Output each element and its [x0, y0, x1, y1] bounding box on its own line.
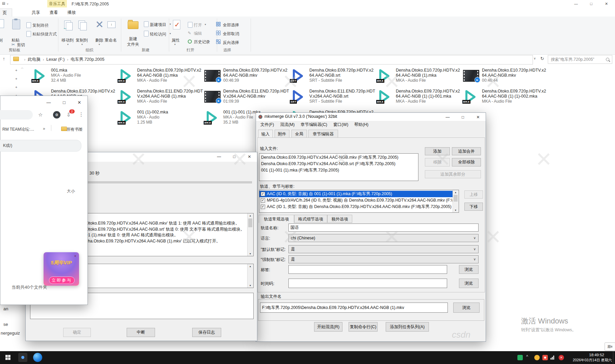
track-options-tab-0[interactable]: 轨道常规选项 — [259, 215, 294, 223]
history-button[interactable]: 历史记录 — [194, 39, 210, 45]
scroll-thumb[interactable] — [248, 218, 252, 227]
file-item[interactable]: SRTDensha.Otoko.E11.END.720p.HDTV.x264.A… — [290, 89, 376, 109]
paste-icon[interactable] — [12, 19, 20, 29]
file-item[interactable]: MKA001.mkaMKA - Audio File32.4 MB — [32, 68, 117, 88]
file-item[interactable]: MKADensha.Otoko.E09.720p.HDTV.x264.AAC-N… — [463, 89, 548, 109]
new-folder-button-line1[interactable]: 新建 — [126, 36, 140, 42]
abort-button[interactable]: 中断 — [127, 328, 155, 337]
search-input[interactable]: 搜索"电车男.720p.2005" — [548, 55, 612, 64]
scroll-up-icon[interactable]: ▲ — [248, 214, 253, 217]
track-row[interactable]: ✓AAC (ID 1, 类型: 音频) 自 Densha.Otoko.E09.7… — [259, 204, 453, 210]
menu-item-3[interactable]: 窗口(W) — [330, 121, 351, 129]
rename-button[interactable]: 重命名 — [105, 37, 117, 43]
select-none-button[interactable]: 全部取消 — [223, 31, 239, 37]
new-item-button[interactable]: 新建项目 — [150, 22, 166, 28]
input-files-list[interactable]: Densha.Otoko.E09.720p.HDTV.x264.AAC-NGB.… — [259, 153, 418, 181]
input-file-row[interactable]: Densha.Otoko.E09.720p.HDTV.x264.AAC-NGB.… — [259, 161, 418, 167]
timecodes-input[interactable] — [288, 279, 447, 288]
ad-join-button[interactable]: 立即参与 — [49, 277, 75, 284]
refresh-icon[interactable]: ↻ — [540, 56, 544, 61]
tray-show-hidden-icons[interactable]: ^ — [526, 354, 528, 359]
tray-error-icon[interactable]: ✕ — [559, 355, 564, 360]
toolbar-circle-icon[interactable]: ⚙ — [53, 111, 60, 119]
browser-maximize-button[interactable]: □ — [59, 99, 69, 106]
move-to-button[interactable]: 移动到 — [61, 37, 74, 43]
tray-icon-green[interactable] — [517, 355, 523, 360]
output-browse-button[interactable]: 浏览 — [453, 303, 480, 313]
track-row[interactable]: ✓MPEG-4p10/AVC/h.264 (ID 0, 类型: 视频) 自 De… — [259, 197, 453, 204]
breadcrumb-item[interactable]: Lexar (F:) — [46, 57, 65, 62]
quick-access-pin-icon[interactable]: ✦ — [15, 69, 18, 72]
file-item[interactable]: MKADensha.Otoko.E10.720p.HDTV.x264.AAC-N… — [377, 68, 462, 88]
up-arrow-button[interactable]: ↑ — [3, 56, 5, 61]
easy-access-button[interactable]: 轻松访问 — [150, 31, 166, 37]
checkbox-checked-icon[interactable]: ✓ — [261, 205, 265, 209]
ad-close-icon[interactable]: × — [74, 254, 76, 258]
remove-all-button[interactable]: 全部移除 — [452, 158, 481, 166]
checkbox-checked-icon[interactable]: ✓ — [261, 198, 265, 203]
tags-browse-button[interactable]: 浏览 — [459, 265, 479, 274]
address-pill[interactable] — [0, 110, 33, 120]
address-dropdown-icon[interactable]: ∨ — [534, 57, 536, 60]
tags-input[interactable] — [288, 265, 447, 274]
track-down-button[interactable]: 下移 — [464, 203, 483, 211]
scroll-down-icon[interactable]: ▼ — [453, 209, 458, 211]
explorer-tab-2[interactable]: 查看 — [44, 8, 63, 17]
file-item[interactable]: MKA001 (1)-002.mkaMKA - Audio1.25 MB — [118, 110, 203, 130]
explorer-tab-3[interactable]: 播放 — [62, 8, 81, 17]
mkvmerge-titlebar[interactable]: mkvmerge GUI v7.3.0 ('Nouages') 32bit — … — [256, 113, 486, 121]
copy-button-label[interactable]: 制 — [0, 37, 3, 43]
file-item[interactable]: ▶Densha.Otoko.E11.END.720p.HDTV.x264.AAC… — [204, 89, 289, 109]
browser-close-button[interactable]: ✕ — [74, 99, 84, 106]
select-all-button[interactable]: 全部选择 — [223, 22, 239, 28]
menu-item-1[interactable]: 混流(M) — [277, 121, 298, 129]
start-button[interactable] — [5, 355, 10, 360]
scroll-down-icon[interactable]: ▼ — [248, 253, 253, 255]
nav-scroll-up-icon[interactable]: ︿ — [21, 66, 24, 70]
menu-item-2[interactable]: 章节编辑器(C) — [298, 121, 330, 129]
dialog-maximize-button[interactable]: □ — [227, 152, 242, 161]
track-name-input[interactable]: 国语 — [288, 224, 479, 232]
size-column-header[interactable]: 大小 — [67, 188, 75, 194]
taskbar-browser-icon[interactable] — [33, 353, 42, 362]
bookmarks-bar-item[interactable]: RM TEAM论坛:… — [2, 127, 42, 132]
bookmarks-overflow-icon[interactable]: » — [43, 126, 45, 131]
output-path-input[interactable]: F:\电车男.720p.2005\Densha.Otoko.E09.720p.H… — [260, 303, 448, 313]
bookmark-star-icon[interactable]: ☆ — [38, 112, 43, 118]
input-file-row[interactable]: Densha.Otoko.E09.720p.HDTV.x264.AAC-NGB.… — [259, 154, 418, 161]
breadcrumb-item[interactable]: 电车男.720p.2005 — [71, 57, 104, 62]
taskbar-clock[interactable]: 18:49:52 2026年03月14日 星期六 — [573, 352, 615, 364]
properties-button[interactable]: 属性 — [172, 37, 180, 43]
show-desktop-button[interactable] — [613, 351, 615, 364]
scroll-up-icon[interactable]: ▲ — [248, 265, 253, 267]
forced-track-select[interactable]: 是∨ — [288, 255, 479, 263]
quick-access-toolbar-icon[interactable]: ▤ ⌄ — [2, 1, 9, 5]
timecodes-browse-button[interactable]: 浏览 — [459, 279, 479, 288]
taskbar-app-icon-dark[interactable] — [18, 353, 27, 362]
track-options-tab-2[interactable]: 额外选项 — [327, 215, 352, 223]
paste-shortcut-button[interactable]: 粘贴快捷方式 — [32, 31, 57, 37]
copy-to-button[interactable]: 复制到 — [76, 37, 88, 43]
explorer-maximize-button[interactable]: □ — [584, 0, 599, 7]
copy-path-button[interactable]: 复制路径 — [32, 23, 49, 28]
mkvmerge-maximize-button[interactable]: □ — [455, 113, 470, 121]
track-options-tab-1[interactable]: 格式细节选项 — [294, 215, 327, 223]
file-item[interactable]: MKADensha.Otoko.E11.END.720p.HDTV.x264.A… — [118, 89, 203, 109]
scroll-up-icon[interactable]: ▲ — [453, 191, 458, 193]
file-item[interactable]: MKADensha.Otoko.E09.720p.HDTV.x264.AAC-N… — [377, 89, 462, 109]
scroll-thumb[interactable] — [454, 195, 458, 202]
log-scrollbar[interactable]: ▲ ▼ — [247, 213, 253, 256]
checkbox-checked-icon[interactable]: ✓ — [261, 192, 265, 196]
explorer-minimize-button[interactable]: — — [568, 0, 584, 7]
file-item[interactable]: ▶Densha.Otoko.E09.720p.HDTV.x264.AAC-NGB… — [204, 68, 289, 88]
menu-item-4[interactable]: 帮助(H) — [351, 121, 371, 129]
explorer-tab-1[interactable]: 共享 — [26, 8, 45, 17]
file-item[interactable]: ▶Densha.Otoko.E10.720p.HDTV.x264.AAC-NGB… — [463, 68, 548, 88]
warnings-scrollbar[interactable]: ▲ ▼ — [247, 264, 253, 288]
copy-icon[interactable] — [0, 19, 4, 28]
quick-access-pin-icon[interactable]: ✦ — [15, 85, 18, 89]
dialog-close-button[interactable]: ✕ — [242, 152, 257, 161]
add-button[interactable]: 添加 — [425, 147, 450, 155]
floating-widget[interactable]: 眉≡ — [605, 342, 615, 351]
append-button[interactable]: 追加合并 — [452, 147, 481, 155]
